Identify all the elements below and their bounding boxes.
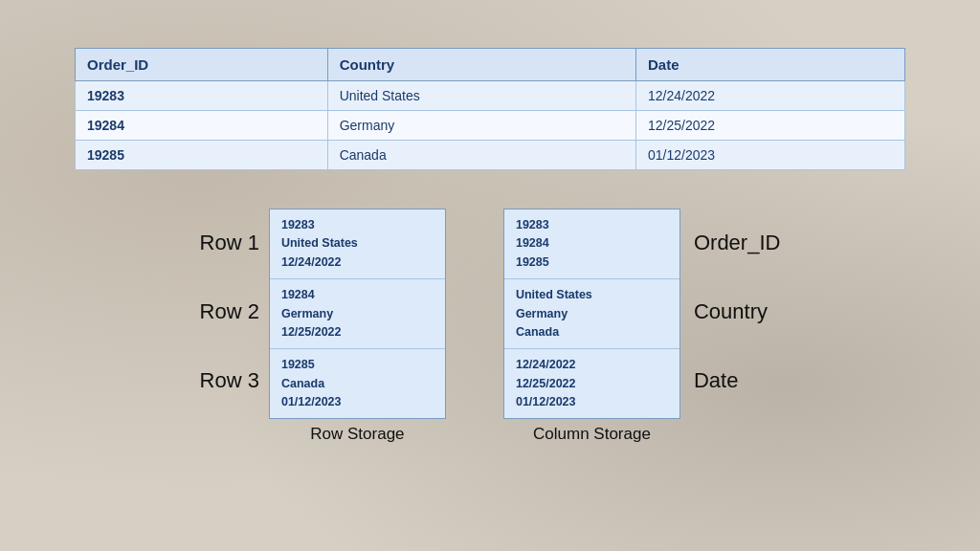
row-label: Row 3 [200, 346, 259, 415]
table-row: 12/24/2022 [635, 81, 904, 111]
table-row: United States [327, 81, 635, 111]
col-storage-cell: 12/24/2022 12/25/2022 01/12/2023 [504, 349, 679, 418]
row-storage-cell: 19283 United States 12/24/2022 [270, 209, 445, 279]
table-row: 12/25/2022 [635, 111, 904, 141]
col-storage-cell: 19283 19284 19285 [504, 209, 679, 279]
col-storage-label: Column Storage [533, 425, 651, 444]
col-label: Date [694, 346, 780, 415]
data-table: Order_ID Country Date 19283United States… [75, 48, 905, 170]
header-country: Country [327, 49, 635, 81]
header-date: Date [635, 49, 904, 81]
row-storage-box: 19283 United States 12/24/202219284 Germ… [269, 209, 446, 419]
col-label: Country [694, 277, 780, 346]
row-labels: Row 1Row 2Row 3 [200, 209, 269, 415]
col-label: Order_ID [694, 209, 780, 277]
row-label: Row 1 [200, 209, 259, 277]
table-row: 01/12/2023 [635, 141, 904, 170]
top-table-wrapper: Order_ID Country Date 19283United States… [75, 48, 905, 170]
header-order-id: Order_ID [76, 49, 328, 81]
table-row: 19283 [76, 81, 328, 111]
row-storage-label: Row Storage [310, 425, 404, 444]
col-storage-cell: United States Germany Canada [504, 279, 679, 349]
row-label: Row 2 [200, 277, 259, 346]
col-storage-box: 19283 19284 19285United States Germany C… [503, 209, 680, 419]
row-storage-cell: 19285 Canada 01/12/2023 [270, 349, 445, 418]
table-row: Canada [327, 141, 635, 170]
row-storage-cell: 19284 Germany 12/25/2022 [270, 279, 445, 349]
table-row: 19284 [76, 111, 328, 141]
col-labels: Order_IDCountryDate [680, 209, 780, 415]
table-row: Germany [327, 111, 635, 141]
table-row: 19285 [76, 141, 328, 170]
